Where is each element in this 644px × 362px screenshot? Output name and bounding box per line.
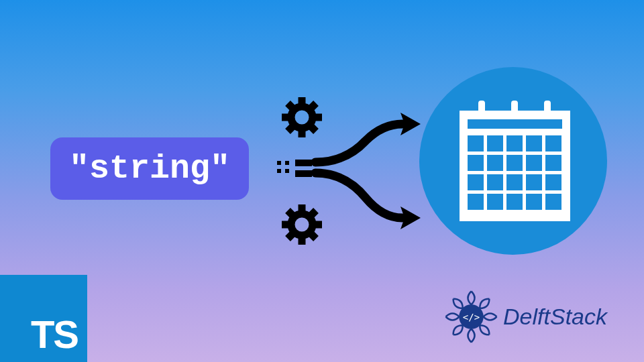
brand-text: DelftStack (503, 304, 607, 330)
svg-rect-38 (545, 155, 561, 171)
svg-rect-41 (506, 174, 523, 190)
svg-rect-40 (487, 174, 503, 190)
svg-rect-44 (468, 194, 484, 210)
ts-logo-text: TS (31, 315, 78, 354)
svg-rect-32 (526, 135, 542, 152)
svg-line-8 (311, 127, 316, 131)
svg-rect-37 (526, 155, 542, 171)
svg-line-7 (288, 127, 292, 131)
svg-rect-35 (487, 155, 503, 171)
svg-rect-47 (526, 194, 542, 210)
calendar-icon (460, 101, 570, 221)
transform-icon (272, 87, 426, 255)
svg-rect-20 (277, 169, 281, 173)
svg-rect-33 (545, 135, 561, 152)
svg-line-14 (288, 210, 292, 215)
svg-point-9 (291, 214, 313, 235)
svg-rect-22 (295, 160, 312, 166)
svg-rect-43 (545, 174, 561, 190)
svg-rect-46 (506, 194, 523, 210)
svg-line-6 (311, 103, 316, 108)
svg-rect-48 (545, 194, 561, 210)
svg-rect-39 (468, 174, 484, 190)
svg-line-16 (288, 234, 292, 239)
svg-rect-19 (285, 161, 289, 165)
svg-rect-28 (468, 119, 562, 129)
svg-rect-18 (277, 161, 281, 165)
svg-rect-23 (295, 170, 312, 177)
svg-text:</>: </> (463, 312, 480, 322)
svg-rect-34 (468, 155, 484, 171)
typescript-logo: TS (0, 275, 87, 362)
svg-rect-36 (506, 155, 523, 171)
svg-line-17 (311, 234, 316, 239)
svg-point-0 (291, 107, 313, 128)
svg-line-15 (311, 210, 316, 215)
string-badge: "string" (50, 137, 249, 200)
svg-rect-30 (487, 135, 503, 152)
svg-line-5 (288, 103, 292, 108)
delftstack-logo: </> DelftStack (443, 288, 607, 345)
svg-rect-31 (506, 135, 523, 152)
svg-rect-42 (526, 174, 542, 190)
svg-rect-21 (285, 169, 289, 173)
svg-rect-45 (487, 194, 503, 210)
svg-rect-29 (468, 135, 484, 152)
string-label: "string" (69, 149, 230, 188)
mandala-icon: </> (443, 288, 500, 345)
